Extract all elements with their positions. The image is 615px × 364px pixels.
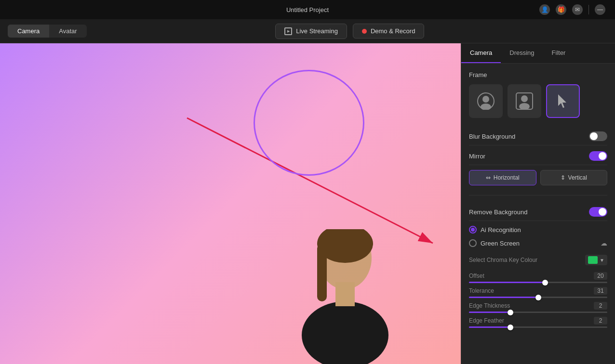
chroma-key-label: Select Chroma Key Colour xyxy=(469,257,537,263)
mirror-toggle[interactable] xyxy=(589,151,607,161)
frame-options xyxy=(469,84,607,118)
frame-option-circle[interactable] xyxy=(469,84,503,118)
remove-background-label: Remove Background xyxy=(469,208,527,216)
remove-background-section: Remove Background Ai Recognition Green S… xyxy=(469,195,607,328)
mode-switcher: Camera Avatar xyxy=(8,25,87,38)
horizontal-icon: ⇔ xyxy=(486,174,491,181)
blur-background-row: Blur Background xyxy=(469,128,607,145)
toolbar-center: Live Streaming Demo & Record xyxy=(93,24,607,39)
blur-background-label: Blur Background xyxy=(469,133,515,140)
sliders-container: Offset 20 Tolerance 31 Edge Thickness 2 … xyxy=(469,272,607,328)
slider-row-edge-thickness: Edge Thickness 2 xyxy=(469,302,607,313)
slider-name-2: Edge Thickness xyxy=(469,302,510,309)
slider-row-offset: Offset 20 xyxy=(469,272,607,283)
chroma-color-swatch xyxy=(588,256,598,264)
svg-marker-13 xyxy=(558,94,566,108)
svg-point-11 xyxy=(519,103,530,110)
horizontal-label: Horizontal xyxy=(494,174,520,181)
demo-record-label: Demo & Record xyxy=(371,27,415,35)
svg-rect-4 xyxy=(335,282,355,306)
ai-recognition-radio xyxy=(469,226,477,234)
mail-icon[interactable]: ✉ xyxy=(572,4,583,15)
svg-point-7 xyxy=(482,96,489,103)
divider xyxy=(588,5,589,14)
blur-background-toggle[interactable] xyxy=(589,131,607,141)
slider-track-3[interactable] xyxy=(469,326,607,328)
mirror-buttons: ⇔ Horizontal ⇕ Vertical xyxy=(469,170,607,185)
frame-option-square[interactable] xyxy=(508,84,541,118)
slider-value-3: 2 xyxy=(594,317,607,325)
frame-section-label: Frame xyxy=(469,71,607,78)
minimize-button[interactable]: — xyxy=(595,4,605,15)
slider-value-0: 20 xyxy=(594,272,607,280)
horizontal-button[interactable]: ⇔ Horizontal xyxy=(469,170,536,185)
slider-row-edge-feather: Edge Feather 2 xyxy=(469,317,607,328)
slider-name-3: Edge Feather xyxy=(469,317,504,324)
cursor-icon xyxy=(554,92,572,110)
green-screen-option[interactable]: Green Screen xyxy=(469,236,520,250)
tab-camera[interactable]: Camera xyxy=(461,43,501,63)
mirror-label: Mirror xyxy=(469,153,485,160)
green-screen-row: Green Screen ☁ xyxy=(469,236,607,250)
svg-point-3 xyxy=(302,301,388,364)
circle-avatar-icon xyxy=(477,92,495,110)
panel-tabs: Camera Dressing Filter xyxy=(461,43,615,64)
panel-content: Frame xyxy=(461,64,615,364)
slider-track-0[interactable] xyxy=(469,282,607,283)
svg-point-10 xyxy=(521,95,528,102)
title-bar-icons: 👤 🎁 ✉ — xyxy=(539,4,605,15)
slider-name-0: Offset xyxy=(469,273,484,279)
tab-filter[interactable]: Filter xyxy=(543,43,575,63)
slider-track-1[interactable] xyxy=(469,297,607,298)
frame-option-cursor[interactable] xyxy=(546,84,580,118)
chroma-color-picker[interactable]: ▼ xyxy=(585,255,607,265)
live-streaming-icon xyxy=(284,27,292,35)
ai-recognition-label: Ai Recognition xyxy=(481,226,521,234)
chroma-chevron-icon: ▼ xyxy=(600,258,604,263)
square-avatar-icon xyxy=(516,92,533,110)
title-bar: Untitled Project 👤 🎁 ✉ — xyxy=(0,0,615,19)
toolbar: Camera Avatar Live Streaming Demo & Reco… xyxy=(0,19,615,43)
gift-icon[interactable]: 🎁 xyxy=(556,4,566,15)
slider-value-1: 31 xyxy=(594,287,607,295)
user-account-icon[interactable]: 👤 xyxy=(539,4,550,15)
main-area: Camera Dressing Filter Frame xyxy=(0,43,615,364)
demo-record-button[interactable]: Demo & Record xyxy=(353,24,424,39)
mirror-row: Mirror xyxy=(469,147,607,165)
green-screen-label: Green Screen xyxy=(481,240,520,247)
slider-track-2[interactable] xyxy=(469,312,607,313)
live-streaming-label: Live Streaming xyxy=(296,27,338,35)
slider-row-tolerance: Tolerance 31 xyxy=(469,287,607,298)
slider-value-2: 2 xyxy=(594,302,607,310)
svg-rect-2 xyxy=(317,244,327,301)
right-panel: Camera Dressing Filter Frame xyxy=(461,43,615,364)
camera-preview xyxy=(0,43,461,364)
record-dot-icon xyxy=(362,29,367,34)
avatar-button[interactable]: Avatar xyxy=(49,25,86,38)
camera-button[interactable]: Camera xyxy=(8,25,49,38)
person-silhouette xyxy=(278,229,413,364)
live-streaming-button[interactable]: Live Streaming xyxy=(275,24,347,39)
remove-background-row: Remove Background xyxy=(469,203,607,221)
vertical-label: Vertical xyxy=(568,174,587,181)
tab-dressing[interactable]: Dressing xyxy=(501,43,543,63)
slider-name-1: Tolerance xyxy=(469,287,494,294)
remove-background-toggle[interactable] xyxy=(589,207,607,217)
green-screen-radio xyxy=(469,239,477,247)
cloud-icon: ☁ xyxy=(601,239,607,247)
vertical-button[interactable]: ⇕ Vertical xyxy=(540,170,608,185)
ai-recognition-option[interactable]: Ai Recognition xyxy=(469,223,607,236)
vertical-icon: ⇕ xyxy=(561,174,565,181)
chroma-key-row: Select Chroma Key Colour ▼ xyxy=(469,252,607,268)
window-title: Untitled Project xyxy=(286,6,329,13)
